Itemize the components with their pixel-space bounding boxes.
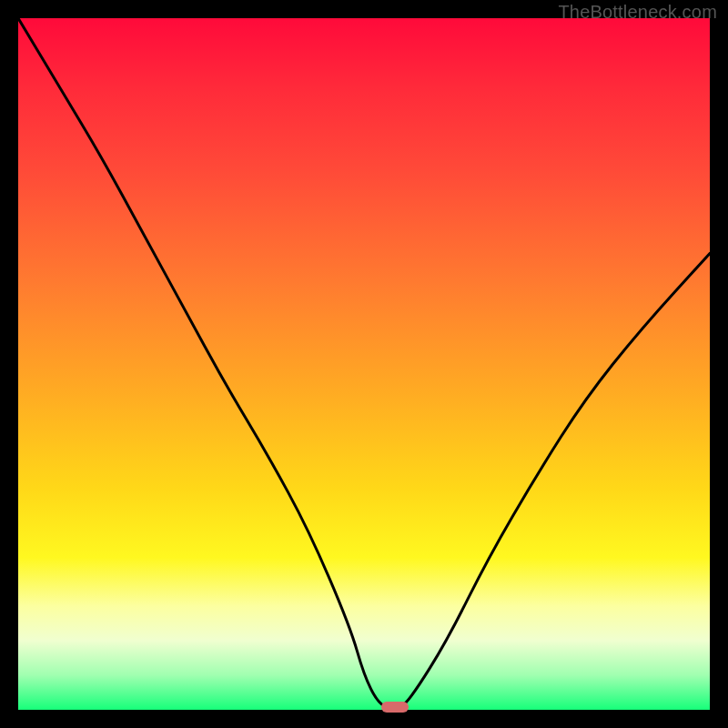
bottleneck-marker (381, 702, 409, 713)
plot-area (18, 18, 710, 710)
curve-path (18, 18, 710, 710)
chart-frame: TheBottleneck.com (0, 0, 728, 728)
bottleneck-curve (18, 18, 710, 710)
